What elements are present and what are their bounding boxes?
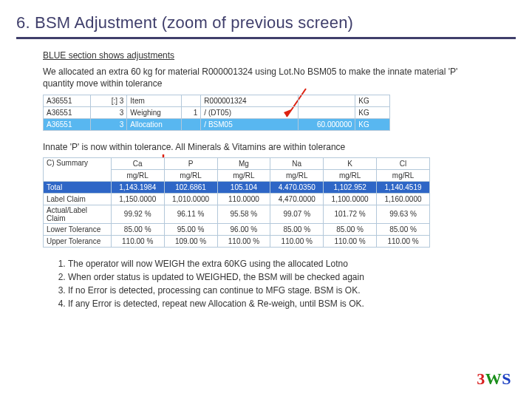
blue-section-line: BLUE section shows adjustments — [43, 50, 489, 61]
list-item: If no Error is detected, processing can … — [68, 284, 489, 296]
tolerance-line: Innate 'P' is now within tolerance. All … — [43, 141, 489, 153]
table-row: A36551 [:] 3 Item R000001324 KG — [44, 95, 390, 106]
list-item: The operator will now WEIGH the extra 60… — [68, 258, 489, 270]
list-item: If any Error is detected, repeat new All… — [68, 298, 489, 310]
summary-table-wrap: C) Summary Ca P Mg Na K Cl mg/RL mg/RL m… — [43, 157, 489, 248]
table-row: A36551 3 Allocation / BSM05 60.000000 KG — [44, 118, 390, 130]
table-row: Lower Tolerance 85.00 % 95.00 % 96.00 % … — [44, 223, 430, 235]
table-row: Actual/Label Claim 99.92 % 96.11 % 95.58… — [44, 205, 430, 223]
table-row: Upper Tolerance 110.00 % 109.00 % 110.00… — [44, 235, 430, 247]
adjustments-table-wrap: A36551 [:] 3 Item R000001324 KG A36551 3… — [43, 95, 489, 131]
table-row: Label Claim 1,150.0000 1,010.0000 110.00… — [44, 193, 430, 205]
slide-title: 6. BSM Adjustment (zoom of previous scre… — [16, 13, 516, 39]
summary-table: C) Summary Ca P Mg Na K Cl mg/RL mg/RL m… — [43, 157, 430, 248]
logo-3ws: 3WS — [477, 369, 511, 389]
list-item: When order status is updated to WEIGHED,… — [68, 271, 489, 283]
table-row: Total 1,143.1984 102.6861 105.104 4.470.… — [44, 181, 430, 193]
adjustments-table: A36551 [:] 3 Item R000001324 KG A36551 3… — [43, 95, 390, 131]
table-header-row: C) Summary Ca P Mg Na K Cl — [44, 157, 430, 169]
explanation-paragraph: We allocated an extra 60 kg for material… — [43, 66, 489, 89]
table-row: A36551 3 Weighing 1 / (DT05) KG — [44, 106, 390, 118]
steps-list: The operator will now WEIGH the extra 60… — [55, 258, 489, 310]
